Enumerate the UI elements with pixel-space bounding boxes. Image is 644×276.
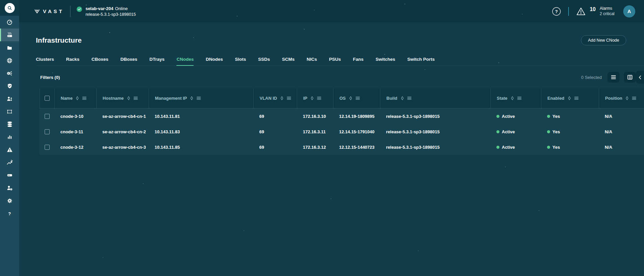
filters-label[interactable]: Filters (0) [40,75,60,80]
cell-position: N/A [599,145,644,150]
sidebar-item-frame-select[interactable] [0,105,19,118]
table-row-cnode-3-10[interactable]: cnode-3-10se-az-arrow-cb4-cn-110.143.11.… [40,108,644,124]
sidebar-item-user-admin[interactable] [0,182,19,194]
row-checkbox[interactable] [45,145,50,150]
sidebar-item-services-gear[interactable] [0,67,19,80]
sort-icon[interactable] [626,96,629,100]
cell-value: 172.16.3.12 [303,145,326,150]
cell-value: 10.143.11.85 [155,145,180,150]
column-filter-icon[interactable] [197,96,201,100]
column-filter-icon[interactable] [287,96,291,100]
column-header-management-ip[interactable]: Management IP [149,88,253,108]
row-checkbox[interactable] [45,129,50,134]
cell-value: 12.12.15-1440723 [339,145,375,150]
column-header-hostname[interactable]: Hostname [96,88,149,108]
tab-switch-ports[interactable]: Switch Ports [407,57,435,66]
sidebar-item-security-shield[interactable] [0,80,19,92]
sidebar-item-database[interactable] [0,118,19,131]
alarms-indicator[interactable]: 10 Alarms 2 critical [576,6,614,16]
cell-value: release-5.3.1-sp3-1898015 [386,145,440,150]
tab-clusters[interactable]: Clusters [36,57,54,66]
tab-ssds[interactable]: SSDs [258,57,270,66]
tab-dboxes[interactable]: DBoxes [120,57,137,66]
column-filter-icon[interactable] [517,96,522,100]
tab-slots[interactable]: Slots [235,57,246,66]
tab-dtrays[interactable]: DTrays [149,57,164,66]
column-filter-icon[interactable] [317,96,321,100]
sort-icon[interactable] [127,96,130,100]
tab-scms[interactable]: SCMs [282,57,295,66]
tab-dnodes[interactable]: DNodes [206,57,223,66]
cell-value: Active [502,145,515,150]
cell-value: se-az-arrow-cb4-cn-1 [102,114,146,119]
sidebar-item-alarms[interactable] [0,143,19,156]
column-header-state[interactable]: State [490,88,541,108]
tab-psus[interactable]: PSUs [329,57,341,66]
sort-icon[interactable] [349,96,352,100]
column-header-ip[interactable]: IP [297,88,333,108]
table-row-cnode-3-11[interactable]: cnode-3-11se-az-arrow-cb4-cn-210.143.11.… [40,124,644,139]
column-filter-icon[interactable] [574,96,579,100]
sidebar-item-folders[interactable] [0,41,19,54]
column-settings-button[interactable] [624,72,636,83]
tab-fans[interactable]: Fans [353,57,364,66]
column-header-select-all[interactable] [40,88,54,108]
alarm-label: Alarms [600,6,614,11]
column-header-os[interactable]: OS [333,88,380,108]
sidebar-item-globe-network[interactable] [0,54,19,67]
sidebar-item-analytics[interactable] [0,131,19,143]
column-header-name[interactable]: Name [54,88,96,108]
tab-switches[interactable]: Switches [376,57,395,66]
status-dot-green [496,115,499,118]
column-filter-icon[interactable] [356,96,360,100]
logo-text: VAST [43,8,64,14]
sort-icon[interactable] [568,96,571,100]
column-header-position[interactable]: Position [599,88,644,108]
server-icon [6,172,13,179]
sort-icon[interactable] [511,96,514,100]
cell-value: Active [502,114,515,119]
avatar[interactable]: A [623,5,635,17]
cell-name: cnode-3-11 [54,129,96,134]
column-header-vlan-id[interactable]: VLAN ID [253,88,297,108]
cell-value: 12.14.15-1791040 [339,129,375,134]
sort-icon[interactable] [76,96,79,100]
column-filter-icon[interactable] [632,96,636,100]
tab-nics[interactable]: NICs [307,57,317,66]
table-row-cnode-3-12[interactable]: cnode-3-12se-az-arrow-cb4-cn-310.143.11.… [40,139,644,155]
help-button[interactable]: ? [552,7,561,16]
cluster-status[interactable]: selab-var-204Online release-5.3.1-sp3-18… [76,6,136,17]
column-label: State [497,96,507,101]
side-panel-expand-button[interactable] [636,71,644,84]
sort-icon[interactable] [311,96,314,100]
sidebar-item-settings[interactable] [0,194,19,207]
select-all-checkbox[interactable] [45,96,50,101]
add-new-cnode-button[interactable]: Add New CNode [581,35,626,45]
row-checkbox[interactable] [45,114,50,119]
column-header-build[interactable]: Build [380,88,490,108]
sidebar-item-search[interactable] [0,0,19,16]
column-filter-icon[interactable] [133,96,138,100]
sidebar-item-help[interactable]: ? [0,207,19,220]
sort-icon[interactable] [401,96,404,100]
cell-os: 12.14.19-1809895 [333,114,380,119]
sort-icon[interactable] [190,96,193,100]
sort-icon[interactable] [280,96,283,100]
column-header-enabled[interactable]: Enabled [541,88,599,108]
column-filter-icon[interactable] [407,96,412,100]
sidebar-item-hardware-server[interactable] [0,169,19,182]
tab-cnodes[interactable]: CNodes [176,57,194,66]
tab-cboxes[interactable]: CBoxes [92,57,108,66]
cell-build: release-5.3.1-sp3-1898015 [380,114,490,119]
sidebar: ? [0,0,19,276]
sidebar-item-user-sync[interactable] [0,92,19,105]
sidebar-item-infrastructure[interactable] [0,29,19,41]
cell-value: N/A [605,145,612,150]
sidebar-item-performance-trend[interactable] [0,156,19,169]
cluster-name: selab-var-204 [86,6,113,11]
sidebar-item-dashboard-gauge[interactable] [0,16,19,29]
list-view-button[interactable] [607,72,620,83]
tab-racks[interactable]: Racks [66,57,79,66]
column-filter-icon[interactable] [82,96,87,100]
topbar: VAST selab-var-204Online release-5.3.1-s… [19,0,644,22]
